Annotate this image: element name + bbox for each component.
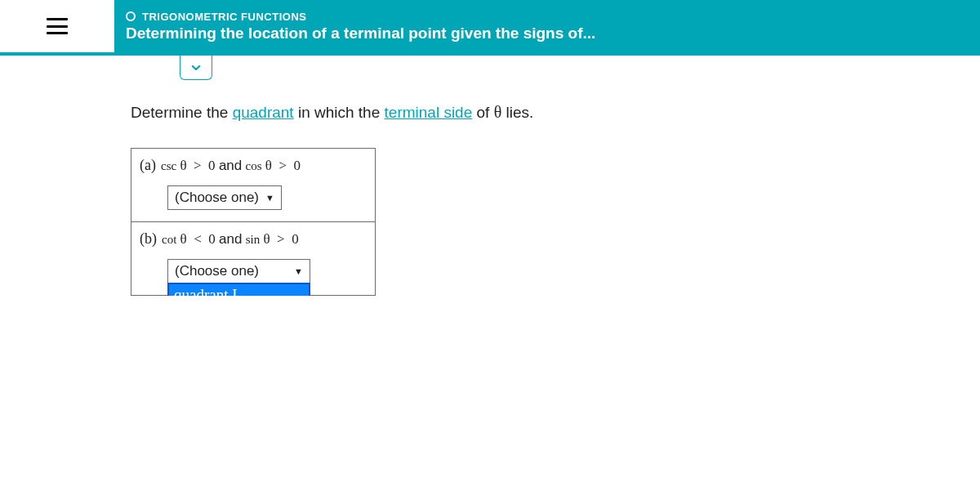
part-a-select[interactable]: (Choose one) ▼	[167, 185, 282, 210]
link-quadrant[interactable]: quadrant	[233, 104, 294, 121]
target-icon	[126, 11, 136, 21]
question-prompt: Determine the quadrant in which the term…	[131, 103, 980, 122]
part-b-options-list: quadrant I quadrant II quadrant III quad…	[167, 283, 310, 296]
title-cell: TRIGONOMETRIC FUNCTIONS Determining the …	[114, 0, 980, 52]
part-a-condition: csc θ > 0 and cos θ > 0	[161, 158, 301, 174]
prompt-tail2: lies.	[501, 104, 533, 121]
part-a-label: (a)	[140, 157, 156, 174]
part-a-row: (a) csc θ > 0 and cos θ > 0 (Choose one)…	[131, 149, 375, 221]
part-a-select-label: (Choose one)	[175, 190, 259, 206]
part-b-select[interactable]: (Choose one) ▼	[167, 259, 310, 283]
breadcrumb: TRIGONOMETRIC FUNCTIONS	[142, 11, 306, 23]
option-quadrant-1[interactable]: quadrant I	[169, 284, 309, 296]
prompt-mid: in which the	[294, 104, 385, 121]
expand-toggle[interactable]	[180, 56, 212, 80]
prompt-lead: Determine the	[131, 104, 233, 121]
prompt-tail1: of	[472, 104, 493, 121]
menu-cell	[0, 0, 114, 52]
part-b-select-label: (Choose one)	[175, 263, 259, 279]
part-b-condition: cot θ < 0 and sin θ > 0	[162, 231, 299, 248]
page-title: Determining the location of a terminal p…	[126, 25, 969, 42]
caret-down-icon: ▼	[294, 266, 303, 276]
chevron-down-icon	[190, 62, 202, 74]
link-terminal-side[interactable]: terminal side	[385, 104, 473, 121]
hamburger-icon[interactable]	[47, 18, 68, 34]
question-table: (a) csc θ > 0 and cos θ > 0 (Choose one)…	[131, 148, 376, 296]
theta-symbol: θ	[494, 103, 502, 121]
caret-down-icon: ▼	[265, 193, 274, 203]
top-bar: TRIGONOMETRIC FUNCTIONS Determining the …	[0, 0, 980, 56]
part-b-label: (b)	[140, 230, 157, 248]
part-b-row: (b) cot θ < 0 and sin θ > 0 (Choose one)…	[131, 221, 375, 295]
